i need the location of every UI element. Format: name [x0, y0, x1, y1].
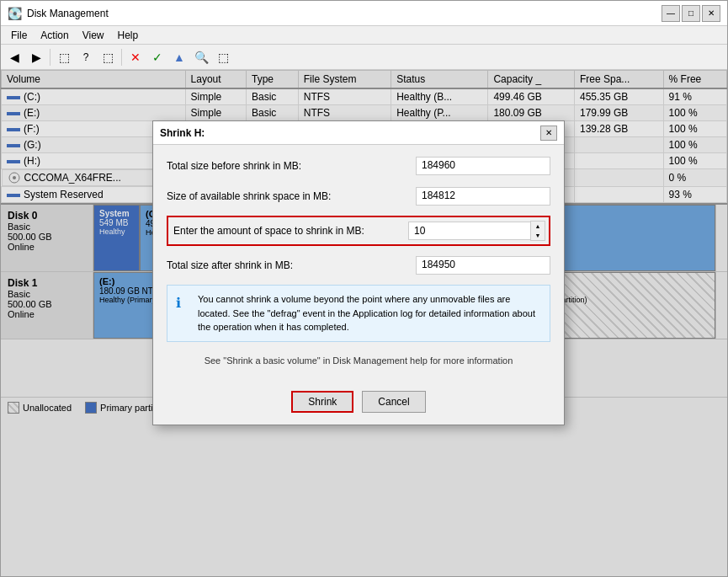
toolbar: ◀ ▶ ⬚ ? ⬚ ✕ ✓ ▲ 🔍 ⬚ — [1, 45, 727, 70]
menu-action[interactable]: Action — [34, 28, 75, 43]
total-size-value: 184960 — [416, 157, 550, 175]
search-button[interactable]: 🔍 — [191, 47, 211, 67]
modal-close-button[interactable]: ✕ — [540, 126, 557, 141]
title-bar-left: 💽 Disk Management — [8, 7, 109, 20]
modal-title-bar: Shrink H: ✕ — [153, 121, 564, 145]
back-button[interactable]: ◀ — [4, 47, 24, 67]
available-value: 184812 — [416, 187, 550, 206]
properties-button[interactable]: ⬚ — [54, 47, 74, 67]
new-button[interactable]: ✕ — [125, 47, 146, 67]
main-window: 💽 Disk Management — □ ✕ File Action View… — [0, 0, 728, 577]
window-controls: — □ ✕ — [662, 5, 720, 22]
available-row: Size of available shrink space in MB: 18… — [167, 185, 550, 207]
modal-title: Shrink H: — [160, 127, 205, 139]
shrink-dialog: Shrink H: ✕ Total size before shrink in … — [152, 120, 565, 425]
menu-file[interactable]: File — [4, 28, 34, 43]
spinner-container: ▲ ▼ — [408, 221, 545, 241]
info-box: ℹ You cannot shrink a volume beyond the … — [167, 285, 550, 342]
enter-amount-row: Enter the amount of space to shrink in M… — [167, 216, 550, 246]
title-bar: 💽 Disk Management — □ ✕ — [1, 1, 727, 26]
minimize-button[interactable]: — — [662, 5, 680, 22]
info-icon: ℹ — [176, 293, 191, 334]
maximize-button[interactable]: □ — [682, 5, 700, 22]
help-text: See "Shrink a basic volume" in Disk Mana… — [167, 350, 550, 374]
spinner-buttons: ▲ ▼ — [530, 221, 545, 241]
info-text: You cannot shrink a volume beyond the po… — [198, 292, 541, 334]
spinner-up-button[interactable]: ▲ — [531, 222, 545, 231]
after-size-row: Total size after shrink in MB: 184950 — [167, 254, 550, 276]
available-label: Size of available shrink space in MB: — [167, 190, 416, 202]
window-title: Disk Management — [27, 8, 109, 19]
help-button[interactable]: ? — [76, 47, 96, 67]
toolbar-separator-1 — [50, 49, 50, 66]
forward-button[interactable]: ▶ — [26, 47, 46, 67]
app-icon: 💽 — [8, 7, 22, 20]
check-button[interactable]: ✓ — [147, 47, 167, 67]
shrink-button[interactable]: Shrink — [291, 391, 353, 413]
after-size-value: 184950 — [416, 256, 550, 275]
modal-footer: Shrink Cancel — [153, 384, 564, 425]
menu-bar: File Action View Help — [1, 26, 727, 45]
up-button[interactable]: ▲ — [169, 47, 189, 67]
enter-amount-label: Enter the amount of space to shrink in M… — [172, 225, 408, 237]
total-size-row: Total size before shrink in MB: 184960 — [167, 155, 550, 177]
modal-overlay: Shrink H: ✕ Total size before shrink in … — [1, 70, 727, 576]
main-content: Volume Layout Type File System Status Ca… — [1, 70, 727, 576]
after-size-label: Total size after shrink in MB: — [167, 259, 416, 271]
menu-help[interactable]: Help — [111, 28, 146, 43]
close-button[interactable]: ✕ — [702, 5, 720, 22]
view-button[interactable]: ⬚ — [98, 47, 118, 67]
shrink-amount-input[interactable] — [408, 222, 530, 240]
total-size-label: Total size before shrink in MB: — [167, 160, 416, 172]
cancel-button[interactable]: Cancel — [362, 391, 425, 413]
modal-body: Total size before shrink in MB: 184960 S… — [153, 145, 564, 384]
menu-view[interactable]: View — [76, 28, 111, 43]
extra-button[interactable]: ⬚ — [213, 47, 233, 67]
toolbar-separator-2 — [121, 49, 122, 66]
spinner-down-button[interactable]: ▼ — [531, 231, 545, 240]
